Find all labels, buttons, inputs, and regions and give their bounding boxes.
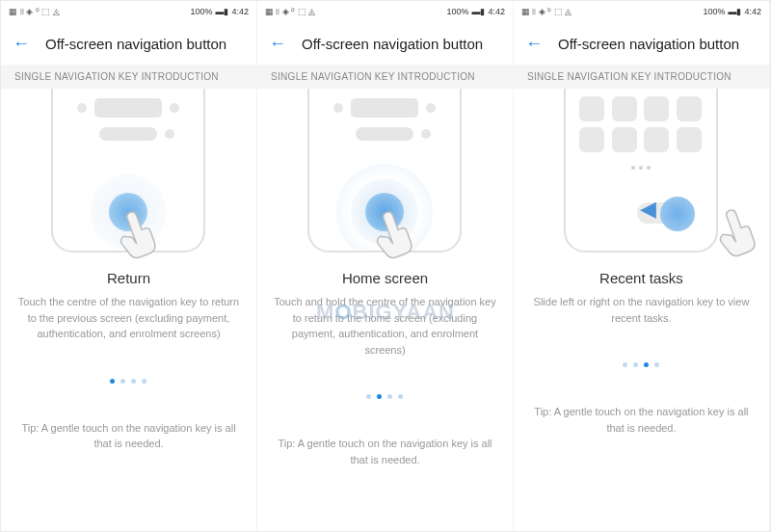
app-header: ← Off-screen navigation button <box>514 22 769 65</box>
pager-dot-3[interactable] <box>387 394 392 399</box>
pager-dot-4[interactable] <box>654 362 659 367</box>
pager-dot-3[interactable] <box>644 362 649 367</box>
status-bar: ▦ ⫴ ◈ ⁰ ⬚ ◬ 100% ▬▮ 4:42 <box>514 1 769 22</box>
page-title: Off-screen navigation button <box>45 36 226 52</box>
clock: 4:42 <box>488 7 505 16</box>
status-left-icons: ▦ ⫴ ◈ ⁰ ⬚ ◬ <box>265 7 316 17</box>
battery-icon: ▬▮ <box>728 7 741 16</box>
battery-icon: ▬▮ <box>215 7 228 16</box>
back-button[interactable]: ← <box>269 34 286 54</box>
back-button[interactable]: ← <box>13 34 30 54</box>
page-title: Off-screen navigation button <box>302 36 483 52</box>
status-bar: ▦ ⫴ ◈ ⁰ ⬚ ◬ 100% ▬▮ 4:42 <box>1 1 256 22</box>
illustration-home <box>257 89 513 253</box>
swipe-arrow-left-icon: ◀ <box>640 197 656 222</box>
status-bar: ▦ ⫴ ◈ ⁰ ⬚ ◬ 100% ▬▮ 4:42 <box>257 1 513 22</box>
page-title: Off-screen navigation button <box>558 36 739 52</box>
pager-dots[interactable] <box>257 394 513 399</box>
gesture-description: Touch and hold the centre of the navigat… <box>257 286 513 365</box>
back-button[interactable]: ← <box>525 34 543 54</box>
gesture-description: Touch the centre of the navigation key t… <box>1 286 256 350</box>
screenshot-panel-home: ▦ ⫴ ◈ ⁰ ⬚ ◬ 100% ▬▮ 4:42 ← Off-screen na… <box>257 1 514 531</box>
gesture-description: Slide left or right on the navigation ke… <box>514 286 769 333</box>
illustration-recent: ◀ <box>514 89 769 253</box>
pager-dot-4[interactable] <box>398 394 403 399</box>
battery-icon: ▬▮ <box>471 7 485 16</box>
screenshot-panel-return: ▦ ⫴ ◈ ⁰ ⬚ ◬ 100% ▬▮ 4:42 ← Off-screen na… <box>1 1 257 531</box>
battery-text: 100% <box>446 7 468 16</box>
section-label: SINGLE NAVIGATION KEY INTRODUCTION <box>257 65 513 89</box>
pager-dot-1[interactable] <box>366 394 371 399</box>
tip-text: Tip: A gentle touch on the navigation ke… <box>1 420 256 452</box>
pager-dot-2[interactable] <box>377 394 382 399</box>
gesture-title: Return <box>1 270 256 286</box>
status-left-icons: ▦ ⫴ ◈ ⁰ ⬚ ◬ <box>9 7 60 17</box>
section-label: SINGLE NAVIGATION KEY INTRODUCTION <box>514 65 769 89</box>
battery-text: 100% <box>703 7 725 16</box>
pager-dot-4[interactable] <box>142 379 146 384</box>
gesture-title: Recent tasks <box>514 270 769 286</box>
screenshot-panel-recent: ▦ ⫴ ◈ ⁰ ⬚ ◬ 100% ▬▮ 4:42 ← Off-screen na… <box>514 1 770 531</box>
pager-dot-2[interactable] <box>633 362 638 367</box>
pager-dot-2[interactable] <box>120 379 125 384</box>
pager-dots[interactable] <box>514 362 769 367</box>
app-header: ← Off-screen navigation button <box>1 22 256 65</box>
nav-key-illustration <box>365 193 404 231</box>
battery-text: 100% <box>190 7 212 16</box>
pager-dot-1[interactable] <box>623 362 627 367</box>
nav-key-illustration <box>109 193 147 231</box>
section-label: SINGLE NAVIGATION KEY INTRODUCTION <box>1 65 256 89</box>
tip-text: Tip: A gentle touch on the navigation ke… <box>257 436 513 467</box>
clock: 4:42 <box>231 7 249 16</box>
illustration-return <box>1 89 256 253</box>
tip-text: Tip: A gentle touch on the navigation ke… <box>514 404 769 436</box>
status-left-icons: ▦ ⫴ ◈ ⁰ ⬚ ◬ <box>521 7 572 17</box>
pager-dot-1[interactable] <box>110 379 115 384</box>
app-header: ← Off-screen navigation button <box>257 22 513 65</box>
clock: 4:42 <box>744 7 761 16</box>
nav-key-illustration <box>660 197 695 231</box>
pager-dot-3[interactable] <box>131 379 136 384</box>
gesture-title: Home screen <box>257 270 513 286</box>
pager-dots[interactable] <box>1 379 256 384</box>
